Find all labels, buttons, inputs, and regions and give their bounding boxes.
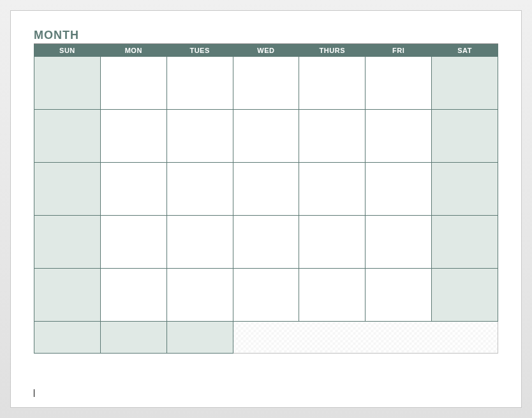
- day-header-wed: WED: [233, 45, 299, 57]
- calendar-cell[interactable]: [299, 163, 366, 216]
- calendar-cell[interactable]: [432, 269, 498, 322]
- calendar-cell[interactable]: [100, 110, 166, 163]
- calendar-cell[interactable]: [100, 163, 166, 216]
- calendar-cell[interactable]: [366, 163, 432, 216]
- calendar-cell[interactable]: [166, 269, 233, 322]
- calendar-cell[interactable]: [100, 216, 166, 269]
- calendar-cell[interactable]: [233, 163, 299, 216]
- calendar-cell[interactable]: [432, 163, 498, 216]
- day-header-thurs: THURS: [299, 45, 366, 57]
- calendar-cell[interactable]: [432, 57, 498, 110]
- day-header-sun: SUN: [34, 45, 101, 57]
- calendar-row-last: [34, 322, 498, 354]
- calendar-cell[interactable]: [366, 57, 432, 110]
- text-cursor: [34, 389, 34, 397]
- calendar-cell[interactable]: [166, 216, 233, 269]
- calendar-notes-cell[interactable]: [233, 322, 498, 354]
- calendar-cell[interactable]: [233, 110, 299, 163]
- calendar-cell[interactable]: [366, 216, 432, 269]
- calendar-cell[interactable]: [34, 322, 101, 354]
- calendar-cell[interactable]: [34, 269, 101, 322]
- calendar-cell[interactable]: [233, 216, 299, 269]
- calendar-cell[interactable]: [299, 57, 366, 110]
- calendar-table: SUN MON TUES WED THURS FRI SAT: [34, 44, 498, 354]
- calendar-cell[interactable]: [166, 163, 233, 216]
- calendar-cell[interactable]: [299, 269, 366, 322]
- calendar-row: [34, 163, 498, 216]
- calendar-row: [34, 110, 498, 163]
- calendar-cell[interactable]: [432, 110, 498, 163]
- calendar-cell[interactable]: [100, 57, 166, 110]
- calendar-cell[interactable]: [34, 110, 101, 163]
- calendar-cell[interactable]: [366, 269, 432, 322]
- calendar-cell[interactable]: [366, 110, 432, 163]
- day-header-sat: SAT: [432, 45, 498, 57]
- calendar-cell[interactable]: [34, 163, 101, 216]
- calendar-cell[interactable]: [299, 216, 366, 269]
- calendar-row: [34, 57, 498, 110]
- calendar-cell[interactable]: [166, 57, 233, 110]
- day-header-mon: MON: [100, 45, 166, 57]
- calendar-header-row: SUN MON TUES WED THURS FRI SAT: [34, 45, 498, 57]
- calendar-cell[interactable]: [299, 110, 366, 163]
- calendar-cell[interactable]: [34, 57, 101, 110]
- calendar-cell[interactable]: [100, 269, 166, 322]
- day-header-tues: TUES: [166, 45, 233, 57]
- calendar-cell[interactable]: [233, 269, 299, 322]
- calendar-row: [34, 269, 498, 322]
- calendar-cell[interactable]: [34, 216, 101, 269]
- calendar-page: MONTH SUN MON TUES WED THURS FRI SAT: [10, 10, 522, 408]
- calendar-cell[interactable]: [166, 110, 233, 163]
- calendar-cell[interactable]: [166, 322, 233, 354]
- month-title: MONTH: [34, 29, 498, 42]
- calendar-cell[interactable]: [100, 322, 166, 354]
- calendar-row: [34, 216, 498, 269]
- calendar-cell[interactable]: [233, 57, 299, 110]
- day-header-fri: FRI: [366, 45, 432, 57]
- calendar-cell[interactable]: [432, 216, 498, 269]
